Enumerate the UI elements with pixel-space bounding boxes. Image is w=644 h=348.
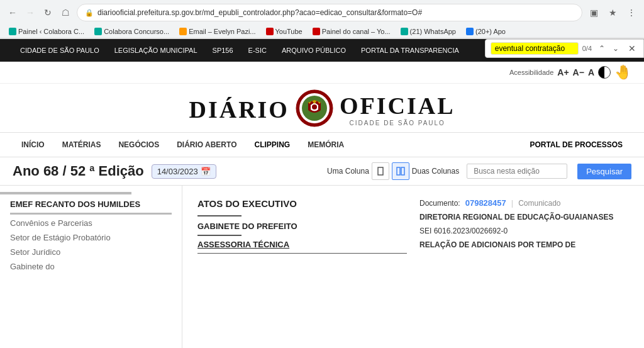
nav-inicio[interactable]: INÍCIO — [13, 132, 53, 157]
url-text: diariooficial.prefeitura.sp.gov.br/md_ep… — [97, 8, 574, 17]
address-bar[interactable]: 🔒 diariooficial.prefeitura.sp.gov.br/md_… — [77, 4, 582, 21]
accessibility-bar: Acessibilidade A+ A− A 🤚 — [0, 62, 644, 84]
site-nav-esic[interactable]: E-SIC — [241, 39, 274, 62]
home-button[interactable]: ☖ — [58, 5, 73, 20]
edition-date-value: 14/03/2023 — [157, 167, 198, 176]
font-decrease-button[interactable]: A− — [573, 67, 584, 77]
nav-diario-aberto[interactable]: DIÁRIO ABERTO — [168, 132, 245, 157]
doc-separator: | — [511, 198, 513, 208]
logo-area: DIÁRIO OFICIAL CIDADE DE SÃO PAULO — [0, 84, 644, 132]
menu-button[interactable]: ⋮ — [624, 5, 639, 20]
doc-line1: DIRETORIA REGIONAL DE EDUCAÇÃO-GUAIANASE… — [419, 211, 629, 223]
bookmark-label-youtube: YouTube — [275, 28, 303, 35]
bookmark-label-whatsapp: (21) WhatsApp — [410, 28, 456, 35]
site-nav-transparencia[interactable]: PORTAL DA TRANSPARENCIA — [353, 39, 467, 62]
bookmark-favicon-youtube — [266, 28, 274, 35]
search-input[interactable] — [467, 164, 567, 179]
find-next-button[interactable]: ⌄ — [609, 42, 622, 55]
logo-subtitle: CIDADE DE SÃO PAULO — [340, 120, 455, 126]
browser-chrome: ← → ↻ ☖ 🔒 diariooficial.prefeitura.sp.go… — [0, 0, 644, 39]
view-uma-coluna-label: Uma Coluna — [327, 167, 369, 176]
logo-emblem — [296, 89, 333, 130]
bookmark-label-colabora-concurso: Colabora Concurso... — [104, 28, 169, 35]
bookmark-button[interactable]: ★ — [605, 5, 620, 20]
bookmark-favicon-painel-colabora — [9, 28, 16, 35]
assessoria-divider — [197, 253, 407, 254]
sidebar: EMEF RECANTO DOS HUMILDES Convênios e Pa… — [0, 186, 182, 348]
bookmark-email-evelyn[interactable]: Email – Evelyn Pazi... — [175, 26, 259, 36]
lock-icon: 🔒 — [85, 9, 94, 17]
bookmark-facebook[interactable]: (20+) Apo — [462, 26, 509, 36]
search-button[interactable]: Pesquisar — [577, 164, 631, 179]
site-nav-cidade-sp[interactable]: CIDADE DE SÃO PAULO — [13, 39, 107, 62]
doc-type: Comunicado — [518, 199, 560, 208]
svg-rect-4 — [378, 167, 383, 175]
contrast-icon[interactable] — [598, 66, 611, 79]
find-input[interactable] — [491, 42, 579, 55]
find-prev-button[interactable]: ⌃ — [596, 42, 608, 55]
reload-button[interactable]: ↻ — [40, 5, 55, 20]
bookmark-colabora-concurso[interactable]: Colabora Concurso... — [91, 26, 173, 36]
svg-rect-6 — [401, 167, 404, 175]
doc-line3: RELAÇÃO DE ADICIONAIS POR TEMPO DE — [419, 239, 629, 250]
svg-rect-5 — [397, 167, 400, 175]
bookmark-youtube[interactable]: YouTube — [262, 26, 306, 36]
view-duas-colunas-button[interactable] — [392, 162, 409, 180]
doc-header: Documento: 079828457 | Comunicado — [419, 198, 629, 208]
nav-negocios[interactable]: NEGÓCIOS — [109, 132, 168, 157]
bookmark-label-painel-colabora: Painel ‹ Colabora C... — [18, 28, 84, 35]
accessibility-label: Acessibilidade — [509, 69, 553, 76]
left-column: ATOS DO EXECUTIVO GABINETE DO PREFEITO A… — [197, 198, 407, 257]
nav-memoria[interactable]: MEMÓRIA — [299, 132, 353, 157]
sidebar-item-emef-recanto[interactable]: EMEF RECANTO DOS HUMILDES — [0, 197, 182, 211]
logo-title-right: OFICIAL — [340, 92, 455, 120]
logo-right: OFICIAL CIDADE DE SÃO PAULO — [340, 92, 455, 126]
logo-left: DIÁRIO — [189, 96, 289, 123]
bookmark-label-painel-canal: Painel do canal – Yo... — [322, 28, 391, 35]
toolbar-actions: ▣ ★ ⋮ — [586, 5, 639, 20]
site-nav-arquivo[interactable]: ARQUIVO PÚBLICO — [274, 39, 353, 62]
cil-icon[interactable]: 🤚 — [614, 64, 631, 81]
find-close-button[interactable]: ✕ — [626, 42, 638, 55]
extensions-button[interactable]: ▣ — [586, 5, 601, 20]
main-content: ATOS DO EXECUTIVO GABINETE DO PREFEITO A… — [182, 186, 644, 348]
main-nav: INÍCIO MATÉRIAS NEGÓCIOS DIÁRIO ABERTO C… — [0, 132, 644, 157]
svg-point-3 — [312, 104, 317, 109]
sidebar-item-convenios[interactable]: Convênios e Parcerias — [0, 216, 182, 230]
view-duas-colunas-label: Duas Colunas — [412, 167, 459, 176]
bookmark-label-email-evelyn: Email – Evelyn Pazi... — [189, 28, 255, 35]
find-bar: 0/4 ⌃ ⌄ ✕ — [485, 39, 644, 58]
double-column-icon — [396, 167, 405, 176]
sidebar-item-gabinete[interactable]: Gabinete do — [0, 259, 182, 274]
bookmark-favicon-whatsapp — [401, 28, 408, 35]
single-column-icon — [376, 167, 385, 176]
bookmark-whatsapp[interactable]: (21) WhatsApp — [397, 26, 460, 36]
font-increase-button[interactable]: A+ — [557, 67, 569, 77]
nav-clipping[interactable]: CLIPPING — [245, 132, 299, 157]
edition-title: Ano 68 / 52 ª Edição — [13, 163, 144, 179]
bookmark-painel-canal[interactable]: Painel do canal – Yo... — [309, 26, 394, 36]
nav-materias[interactable]: MATÉRIAS — [53, 132, 110, 157]
sidebar-item-estagio[interactable]: Setor de Estágio Probatório — [0, 230, 182, 245]
edition-bar: Ano 68 / 52 ª Edição 14/03/2023 📅 Uma Co… — [0, 157, 644, 186]
font-normal-button[interactable]: A — [588, 67, 594, 77]
bookmarks-bar: Painel ‹ Colabora C... Colabora Concurso… — [0, 25, 644, 38]
right-column: Documento: 079828457 | Comunicado DIRETO… — [419, 198, 629, 257]
nav-portal-processos[interactable]: PORTAL DE PROCESSOS — [521, 132, 631, 157]
assessoria-title: ASSESSORIA TÉCNICA — [197, 240, 407, 249]
doc-label: Documento: — [419, 199, 460, 208]
site-nav-legislacao[interactable]: LEGISLAÇÃO MUNICIPAL — [107, 39, 205, 62]
view-uma-coluna-button[interactable] — [372, 162, 389, 180]
bookmark-favicon-facebook — [466, 28, 474, 35]
back-button[interactable]: ← — [5, 5, 20, 20]
doc-line2: SEI 6016.2023/0026692-0 — [419, 225, 629, 237]
sidebar-divider-1 — [10, 213, 172, 215]
edition-date[interactable]: 14/03/2023 📅 — [152, 164, 216, 179]
forward-button[interactable]: → — [23, 5, 38, 20]
site-nav-sp156[interactable]: SP156 — [205, 39, 241, 62]
bookmark-painel-colabora[interactable]: Painel ‹ Colabora C... — [5, 26, 88, 36]
browser-toolbar: ← → ↻ ☖ 🔒 diariooficial.prefeitura.sp.go… — [0, 0, 644, 25]
calendar-icon: 📅 — [201, 167, 211, 176]
sidebar-item-juridico[interactable]: Setor Jurídico — [0, 245, 182, 259]
gabinete-divider — [197, 235, 242, 236]
